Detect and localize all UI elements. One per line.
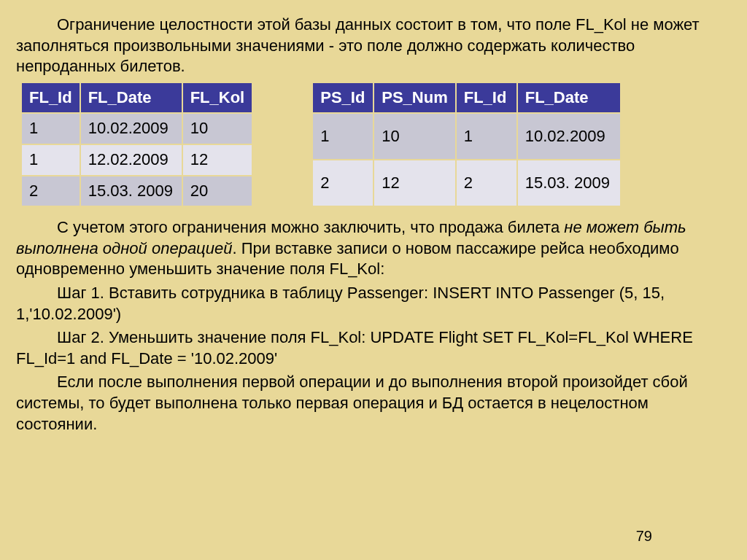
cell: 12.02.2009 — [81, 145, 182, 175]
cell: 20 — [183, 176, 252, 206]
intro-paragraph: Ограничение целостности этой базы данных… — [16, 15, 731, 77]
col-header: FL_Kol — [183, 83, 252, 113]
cell: 1 — [457, 114, 516, 159]
col-header: FL_Id — [457, 83, 516, 113]
table-row: 2 15.03. 2009 20 — [22, 176, 252, 206]
passenger-table: PS_Id PS_Num FL_Id FL_Date 1 10 1 10.02.… — [311, 82, 621, 207]
cell: 10.02.2009 — [81, 114, 182, 144]
col-header: PS_Id — [313, 83, 373, 113]
table-row: 1 12.02.2009 12 — [22, 145, 252, 175]
page-number: 79 — [636, 526, 652, 545]
cell: 1 — [22, 114, 80, 144]
cell: 10 — [183, 114, 252, 144]
cell: 1 — [22, 145, 80, 175]
col-header: FL_Id — [22, 83, 80, 113]
cell: 2 — [22, 176, 80, 206]
cell: 1 — [313, 114, 373, 159]
body-p2: Шаг 1. Вставить сотрудника в таблицу Pas… — [16, 283, 731, 324]
col-header: FL_Date — [81, 83, 182, 113]
body-p1: С учетом этого ограничения можно заключи… — [16, 217, 731, 280]
table-row: 2 12 2 15.03. 2009 — [313, 160, 619, 206]
body-section: С учетом этого ограничения можно заключи… — [16, 217, 731, 435]
col-header: FL_Date — [518, 83, 620, 113]
tables-container: FL_Id FL_Date FL_Kol 1 10.02.2009 10 1 1… — [16, 82, 731, 207]
col-header: PS_Num — [374, 83, 454, 113]
body-p3: Шаг 2. Уменьшить значение поля FL_Kol: U… — [16, 327, 731, 369]
cell: 10 — [374, 114, 454, 159]
cell: 12 — [183, 145, 252, 175]
text: С учетом этого ограничения можно заключи… — [57, 218, 564, 236]
cell: 12 — [374, 160, 454, 206]
flight-table: FL_Id FL_Date FL_Kol 1 10.02.2009 10 1 1… — [20, 82, 253, 207]
table-row: 1 10.02.2009 10 — [22, 114, 252, 144]
table-row: 1 10 1 10.02.2009 — [313, 114, 619, 159]
cell: 2 — [313, 160, 373, 206]
cell: 15.03. 2009 — [81, 176, 182, 206]
cell: 2 — [457, 160, 516, 206]
cell: 10.02.2009 — [518, 114, 620, 159]
cell: 15.03. 2009 — [518, 160, 620, 206]
body-p4: Если после выполнения первой операции и … — [16, 372, 731, 435]
